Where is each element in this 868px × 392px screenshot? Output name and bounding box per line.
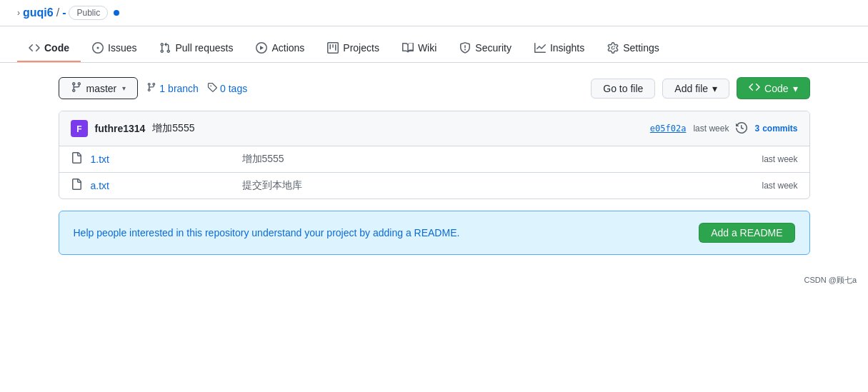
public-badge: Public	[69, 6, 108, 20]
chevron-right-icon: ›	[17, 8, 20, 18]
notification-dot	[114, 10, 119, 16]
nav-item-actions[interactable]: Actions	[244, 35, 316, 62]
footer-note: CSDN @顾七a	[0, 269, 868, 291]
repo-main-content: master ▾ 1 branch 0 tags	[41, 77, 827, 255]
tag-icon	[207, 82, 217, 94]
file-commit-msg-0: 增加5555	[242, 153, 754, 166]
nav-label-code: Code	[44, 42, 69, 54]
nav-label-insights: Insights	[550, 42, 584, 54]
file-time-0: last week	[762, 154, 797, 164]
nav-label-security: Security	[475, 42, 512, 54]
tags-count: 0	[220, 83, 226, 94]
branch-name: master	[86, 83, 117, 94]
tags-label: tags	[229, 83, 247, 94]
nav-label-wiki: Wiki	[418, 42, 437, 54]
toolbar-left: master ▾ 1 branch 0 tags	[59, 77, 248, 99]
readme-banner: Help people interested in this repositor…	[59, 211, 810, 255]
add-file-chevron: ▾	[712, 83, 717, 94]
file-name-1[interactable]: a.txt	[91, 180, 234, 191]
settings-icon	[607, 42, 619, 54]
code-icon	[29, 42, 40, 54]
chevron-down-icon: ▾	[122, 84, 126, 92]
commit-row: F futhre1314 增加5555 e05f02a last week 3 …	[59, 111, 809, 146]
commit-author-link[interactable]: futhre1314	[95, 123, 146, 134]
commit-info-left: F futhre1314 增加5555	[71, 120, 195, 137]
code-button-icon	[749, 81, 760, 95]
branch-selector[interactable]: master ▾	[59, 77, 139, 99]
pr-icon	[159, 42, 171, 54]
add-file-label: Add file	[674, 83, 708, 94]
table-row: a.txt 提交到本地库 last week	[59, 173, 809, 198]
repo-toolbar: master ▾ 1 branch 0 tags	[59, 77, 810, 99]
nav-item-pull-requests[interactable]: Pull requests	[148, 35, 244, 62]
nav-label-issues: Issues	[108, 42, 136, 54]
code-button-label: Code	[764, 83, 788, 94]
add-readme-button[interactable]: Add a README	[699, 223, 794, 243]
code-button[interactable]: Code ▾	[737, 77, 809, 99]
toolbar-right: Go to file Add file ▾ Code ▾	[591, 77, 809, 99]
repo-nav-container: Code Issues Pull requests	[0, 26, 868, 63]
tags-link[interactable]: 0 tags	[207, 82, 247, 94]
nav-item-issues[interactable]: Issues	[81, 35, 148, 62]
commits-label: commits	[762, 124, 797, 134]
branches-count: 1	[159, 83, 165, 94]
wiki-icon	[402, 42, 414, 54]
nav-item-insights[interactable]: Insights	[523, 35, 596, 62]
file-time-1: last week	[762, 181, 797, 191]
branches-link[interactable]: 1 branch	[146, 82, 199, 94]
issue-icon	[92, 42, 104, 54]
nav-item-projects[interactable]: Projects	[316, 35, 391, 62]
file-commit-msg-1: 提交到本地库	[242, 179, 754, 192]
nav-label-projects: Projects	[343, 42, 379, 54]
go-to-file-label: Go to file	[603, 83, 643, 94]
repo-name-link[interactable]: -	[62, 6, 66, 19]
file-table: F futhre1314 增加5555 e05f02a last week 3 …	[59, 111, 810, 199]
nav-item-security[interactable]: Security	[448, 35, 523, 62]
commit-sha-link[interactable]: e05f02a	[650, 124, 687, 134]
nav-label-pull-requests: Pull requests	[175, 42, 233, 54]
avatar: F	[71, 120, 88, 137]
commit-time: last week	[693, 124, 729, 134]
add-readme-label: Add a README	[711, 227, 782, 238]
file-icon-1	[71, 179, 82, 193]
security-icon	[459, 42, 471, 54]
branch-icon	[71, 81, 82, 95]
separator: /	[56, 6, 59, 19]
code-button-chevron: ▾	[793, 83, 798, 94]
go-to-file-button[interactable]: Go to file	[591, 79, 655, 99]
commit-info-right: e05f02a last week 3 commits	[650, 122, 798, 136]
file-icon-0	[71, 152, 82, 166]
repo-header: › guqi6 / - Public	[0, 0, 868, 26]
nav-item-code[interactable]: Code	[17, 35, 81, 62]
commits-count-link[interactable]: 3 commits	[754, 124, 797, 134]
repo-owner-link[interactable]: guqi6	[23, 6, 54, 19]
file-name-0[interactable]: 1.txt	[91, 154, 234, 165]
projects-icon	[327, 42, 339, 54]
repo-nav: Code Issues Pull requests	[17, 35, 851, 62]
actions-icon	[256, 42, 267, 54]
insights-icon	[534, 42, 546, 54]
nav-item-settings[interactable]: Settings	[596, 35, 671, 62]
commits-count: 3	[754, 124, 759, 134]
nav-label-actions: Actions	[271, 42, 304, 54]
nav-label-settings: Settings	[623, 42, 659, 54]
add-file-button[interactable]: Add file ▾	[662, 79, 729, 99]
svg-text:F: F	[76, 124, 81, 134]
history-icon	[736, 122, 747, 136]
branches-label: branch	[168, 83, 199, 94]
readme-banner-text: Help people interested in this repositor…	[74, 227, 460, 238]
commit-message-link[interactable]: 增加5555	[152, 122, 194, 135]
branch-count-icon	[146, 82, 156, 94]
nav-item-wiki[interactable]: Wiki	[391, 35, 448, 62]
footer-text: CSDN @顾七a	[804, 276, 857, 284]
table-row: 1.txt 增加5555 last week	[59, 146, 809, 173]
